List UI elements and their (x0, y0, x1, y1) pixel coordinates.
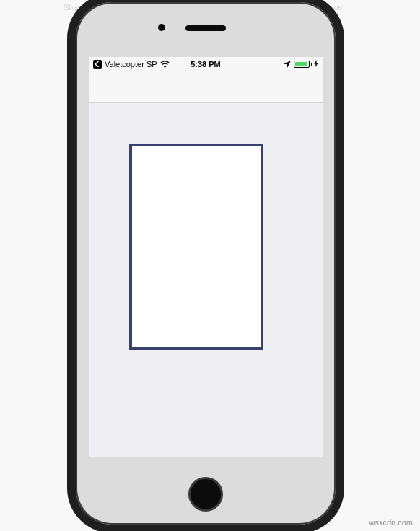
app-content-area (89, 103, 323, 457)
bg-text: Sha (64, 3, 78, 12)
battery-body (294, 61, 310, 68)
svg-point-0 (164, 66, 166, 68)
front-camera (158, 24, 165, 31)
wifi-icon (160, 61, 170, 68)
home-button[interactable] (188, 477, 223, 512)
bordered-uiview (129, 144, 263, 350)
battery-cap (311, 63, 312, 66)
phone-screen: Valetcopter SP 5:38 PM (89, 57, 323, 457)
back-to-app-label[interactable]: Valetcopter SP (105, 60, 157, 69)
ios-status-bar: Valetcopter SP 5:38 PM (89, 57, 323, 71)
back-to-app-icon[interactable] (93, 60, 102, 69)
iphone-device-frame: Valetcopter SP 5:38 PM (76, 2, 336, 525)
battery-indicator (294, 60, 318, 69)
location-icon (284, 61, 291, 68)
watermark-text: wsxcdn.com (369, 518, 413, 527)
earpiece-slot (185, 25, 226, 31)
bg-text: ius (332, 3, 342, 12)
status-time: 5:38 PM (191, 60, 221, 69)
ios-navigation-bar (89, 71, 323, 103)
battery-fill (295, 62, 307, 66)
charging-bolt-icon (314, 60, 318, 69)
